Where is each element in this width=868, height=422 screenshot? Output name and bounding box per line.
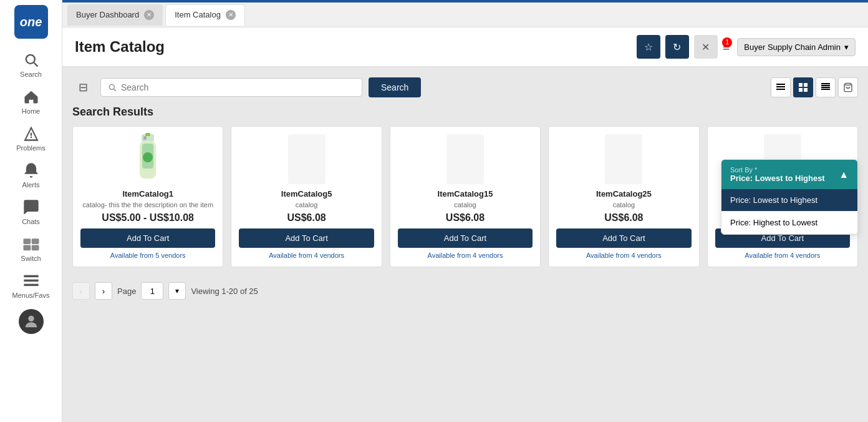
sort-chevron-icon[interactable]: ▲: [839, 169, 849, 180]
list-view-icon: [776, 83, 785, 92]
search-bar-icon: [107, 82, 117, 92]
svg-line-11: [114, 89, 116, 91]
sidebar-switch-label: Switch: [21, 255, 41, 262]
product-card-0: ItemCatalog1 catalog- this the the descr…: [72, 126, 223, 267]
sidebar-item-switch[interactable]: Switch: [0, 230, 62, 267]
sort-header-left: Sort By * Price: Lowest to Highest: [730, 166, 825, 183]
prev-icon: ‹: [80, 287, 82, 296]
sidebar-search-label: Search: [20, 71, 42, 78]
search-icon: [22, 51, 40, 69]
tabs-bar: Buyer Dashboard ✕ Item Catalog ✕: [62, 2, 868, 27]
svg-rect-12: [776, 84, 785, 85]
product-desc-1: catalog: [296, 201, 317, 209]
close-button[interactable]: ✕: [694, 35, 718, 59]
svg-rect-3: [31, 238, 39, 244]
product-name-0: ItemCatalog1: [122, 189, 173, 199]
grid-view-icon: [799, 83, 808, 92]
prev-page-button[interactable]: ‹: [72, 282, 90, 300]
close-tab-buyer-dashboard[interactable]: ✕: [144, 10, 154, 20]
search-button[interactable]: Search: [369, 77, 421, 97]
svg-rect-28: [143, 136, 147, 140]
product-image-0: [123, 134, 173, 184]
sidebar-item-chats[interactable]: Chats: [0, 194, 62, 230]
next-page-button[interactable]: ›: [95, 282, 112, 300]
logo-text: one: [20, 15, 42, 29]
close-tab-item-catalog[interactable]: ✕: [226, 10, 236, 20]
sort-popup-header: Sort By * Price: Lowest to Highest ▲: [721, 160, 857, 189]
product-image-svg-0: [126, 131, 170, 187]
add-to-cart-button-1[interactable]: Add To Cart: [239, 228, 374, 248]
home-icon: [22, 88, 40, 106]
view-toggle-group: [771, 77, 858, 97]
viewing-text: Viewing 1-20 of 25: [191, 287, 258, 296]
header-actions: ☆ ↻ ✕ ≡ 1 Buyer Supply Chain Admin ▾: [637, 35, 856, 59]
product-price-3: US$6.08: [604, 212, 643, 223]
svg-rect-6: [24, 275, 38, 278]
sort-by-value: Price: Lowest to Highest: [730, 174, 825, 183]
compact-view-button[interactable]: [816, 77, 836, 97]
sidebar-item-alerts[interactable]: Alerts: [0, 157, 62, 194]
avatar-icon: [22, 313, 40, 330]
refresh-icon: ↻: [673, 41, 681, 53]
add-to-cart-button-0[interactable]: Add To Cart: [80, 228, 215, 248]
product-desc-0: catalog- this the the description on the…: [82, 201, 213, 209]
cart-button[interactable]: [838, 77, 858, 97]
compact-view-icon: [821, 83, 830, 92]
product-image-1: [282, 134, 332, 184]
vendor-info-3: Available from 4 vendors: [586, 252, 662, 259]
svg-rect-4: [23, 245, 31, 250]
svg-point-9: [28, 316, 34, 321]
main-content: Buyer Dashboard ✕ Item Catalog ✕ Item Ca…: [62, 0, 868, 422]
tab-item-catalog[interactable]: Item Catalog ✕: [165, 4, 245, 26]
sidebar-problems-label: Problems: [16, 144, 45, 152]
svg-rect-8: [24, 284, 38, 287]
vendor-info-4: Available from 4 vendors: [745, 252, 820, 259]
sidebar-menus-favs-label: Menus/Favs: [12, 292, 50, 299]
sort-option-price-low-high[interactable]: Price: Lowest to Highest: [721, 189, 857, 212]
vendor-info-1: Available from 4 vendors: [269, 252, 344, 259]
sidebar-chats-label: Chats: [22, 218, 40, 225]
sidebar-item-search[interactable]: Search: [0, 46, 62, 83]
chat-icon: [22, 199, 40, 216]
product-price-2: US$6.08: [446, 212, 485, 223]
refresh-button[interactable]: ↻: [665, 35, 689, 59]
sidebar-home-label: Home: [22, 107, 40, 115]
add-to-cart-button-3[interactable]: Add To Cart: [556, 228, 691, 248]
bell-icon: [22, 162, 40, 179]
sidebar-alerts-label: Alerts: [22, 181, 39, 189]
page-header: Item Catalog ☆ ↻ ✕ ≡ 1 Buyer Supply Chai…: [62, 27, 868, 67]
star-button[interactable]: ☆: [637, 35, 660, 59]
notification-button[interactable]: ≡ 1: [723, 40, 730, 54]
product-name-1: ItemCatalog5: [281, 189, 332, 199]
product-price-1: US$6.08: [287, 212, 326, 223]
filter-button[interactable]: ⊟: [72, 77, 94, 98]
role-dropdown[interactable]: Buyer Supply Chain Admin ▾: [737, 38, 856, 56]
dropdown-arrow-icon: ▾: [844, 42, 849, 52]
list-view-button[interactable]: [771, 77, 791, 97]
svg-rect-7: [24, 280, 38, 282]
search-input[interactable]: [121, 82, 355, 92]
sort-option-price-high-low[interactable]: Price: Highest to Lowest: [721, 212, 857, 234]
sidebar-item-problems[interactable]: Problems: [0, 120, 62, 157]
notification-badge: 1: [722, 37, 732, 47]
page-dropdown[interactable]: ▾: [168, 282, 186, 300]
grid-view-button[interactable]: [793, 77, 813, 97]
svg-rect-22: [821, 89, 830, 90]
page-title: Item Catalog: [75, 38, 637, 56]
sidebar-item-home[interactable]: Home: [0, 83, 62, 120]
svg-rect-2: [23, 238, 31, 244]
svg-rect-32: [605, 134, 642, 184]
sidebar-item-menus-favs[interactable]: Menus/Favs: [0, 267, 62, 304]
add-to-cart-button-2[interactable]: Add To Cart: [398, 228, 533, 248]
svg-line-1: [34, 63, 37, 67]
product-price-0: US$5.00 - US$10.08: [102, 212, 194, 223]
svg-rect-5: [31, 245, 39, 250]
svg-rect-19: [821, 83, 830, 84]
tab-buyer-dashboard-label: Buyer Dashboard: [76, 10, 139, 19]
product-card-2: ItemCatalog15 catalog US$6.08 Add To Car…: [390, 126, 541, 267]
page-input[interactable]: [141, 282, 163, 300]
tab-buyer-dashboard[interactable]: Buyer Dashboard ✕: [67, 4, 163, 26]
app-logo[interactable]: one: [14, 5, 48, 39]
vendor-info-0: Available from 5 vendors: [110, 252, 186, 259]
user-avatar[interactable]: [19, 309, 44, 334]
